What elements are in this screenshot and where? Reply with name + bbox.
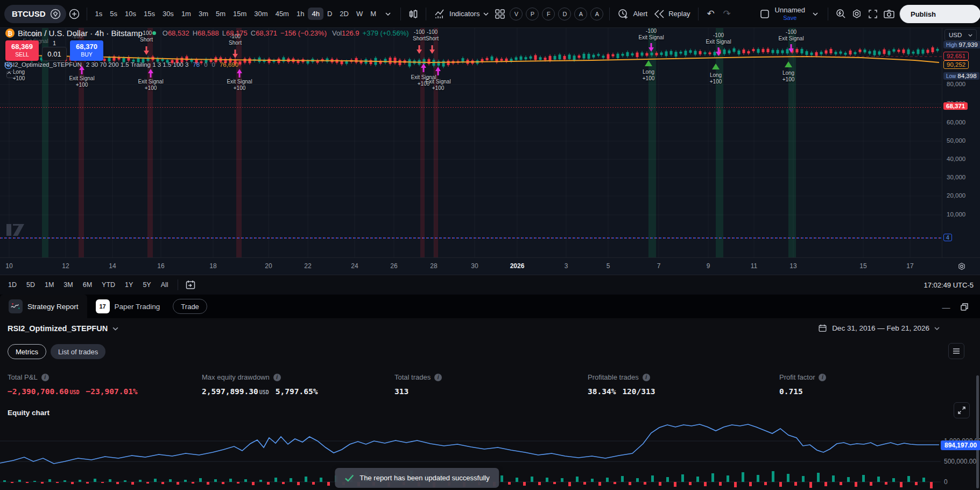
divider [178, 279, 178, 290]
short-arrow-icon [232, 50, 238, 58]
quantity-step: 1 [42, 40, 67, 46]
shortcut-d-3[interactable]: D [558, 8, 571, 20]
panel-trade-button[interactable]: Trade [173, 299, 207, 314]
equity-expand-icon[interactable] [954, 402, 970, 418]
range-3m[interactable]: 3M [59, 279, 77, 290]
layout-chevron-icon[interactable] [807, 6, 823, 22]
quantity-input[interactable]: 0.01 [42, 47, 67, 61]
report-options-list-icon[interactable] [948, 343, 964, 359]
interval-1s[interactable]: 1s [91, 8, 107, 20]
sell-button[interactable]: 68,369 SELL [5, 40, 39, 61]
metric-value: −2,390,700.60USD−23,907.01% [8, 387, 191, 396]
info-icon[interactable]: i [273, 374, 281, 381]
goto-date-calendar-icon[interactable] [182, 277, 199, 293]
chart-style-icon[interactable] [405, 6, 421, 22]
interval-30m[interactable]: 30m [250, 8, 271, 20]
symbol-search-button[interactable]: BTCUSD [4, 5, 66, 23]
screenshot-camera-icon[interactable] [881, 6, 897, 22]
settings-gear-icon[interactable] [849, 6, 865, 22]
indicator-value-1: 0 [204, 61, 207, 68]
interval-10s[interactable]: 10s [121, 8, 140, 20]
strategy-name-dropdown[interactable]: RSI2_Optimized_STEPFUN [8, 324, 118, 333]
alert-button[interactable]: Alert [614, 8, 651, 20]
interval-D[interactable]: D [323, 8, 336, 20]
exit-signal-label: -100Exit Signal [778, 29, 803, 42]
interval-5m[interactable]: 5m [212, 8, 229, 20]
interval-5s[interactable]: 5s [106, 8, 121, 20]
time-label-13: 13 [789, 262, 796, 270]
intervals-chevron-icon[interactable] [380, 6, 396, 22]
chevron-down-icon [934, 327, 940, 330]
shortcut-a-4[interactable]: A [574, 8, 587, 20]
info-icon[interactable]: i [41, 374, 49, 381]
range-6m[interactable]: 6M [78, 279, 97, 290]
time-axis[interactable]: 10121416182022242628302026357911131517 [0, 257, 980, 275]
range-buttons: 1D5D1M3M6MYTD1Y5YAll [3, 279, 173, 290]
info-icon[interactable]: i [643, 374, 650, 381]
layout-square-icon[interactable] [757, 6, 773, 22]
range-5d[interactable]: 5D [22, 279, 40, 290]
tab-strategy-report[interactable]: Strategy Report [0, 295, 87, 318]
interval-4h[interactable]: 4h [308, 8, 323, 20]
tab-list-of-trades[interactable]: List of trades [51, 344, 105, 359]
axis-settings-gear-icon[interactable] [957, 262, 967, 274]
interval-45m[interactable]: 45m [272, 8, 293, 20]
indicator-legend[interactable]: RSI2_Optimized_STEPFUN 2 30 70 200 1.5 T… [4, 61, 238, 68]
shortcut-p-1[interactable]: P [526, 8, 539, 20]
legend-collapse-chevron-icon[interactable] [6, 71, 16, 78]
indicator-params: 2 30 70 200 1.5 Trailing 1 3 1.5 100 3 [86, 61, 189, 68]
range-5y[interactable]: 5Y [138, 279, 156, 290]
interval-30s[interactable]: 30s [159, 8, 178, 20]
interval-15m[interactable]: 15m [229, 8, 250, 20]
close-value: 68,371 [256, 29, 277, 37]
info-icon[interactable]: i [819, 374, 826, 381]
low-price-label: Low84,398 [943, 72, 979, 80]
compare-add-icon[interactable] [66, 6, 82, 22]
layout-grid-icon[interactable] [492, 6, 508, 22]
panel-scrollbar[interactable] [976, 375, 979, 488]
interval-3m[interactable]: 3m [195, 8, 212, 20]
interval-2D[interactable]: 2D [336, 8, 352, 20]
long-triangle-icon [712, 64, 720, 69]
long-marker-label: Long+100 [710, 72, 722, 85]
tab-paper-trading[interactable]: 17 Paper Trading [87, 295, 169, 318]
interval-1m[interactable]: 1m [178, 8, 195, 20]
interval-W[interactable]: W [352, 8, 366, 20]
fullscreen-icon[interactable] [865, 6, 881, 22]
indicators-button[interactable]: Indicators [431, 8, 492, 20]
quick-search-icon[interactable] [833, 6, 849, 22]
panel-minimize-icon[interactable]: — [939, 300, 953, 314]
main-chart[interactable]: -100Short-100Short-100Short-100Short-100… [0, 28, 942, 257]
info-icon[interactable]: i [434, 374, 442, 381]
tab-metrics[interactable]: Metrics [8, 344, 46, 359]
range-all[interactable]: All [156, 279, 173, 290]
clock-timezone[interactable]: 17:02:49 UTC-5 [924, 281, 974, 289]
interval-15s[interactable]: 15s [140, 8, 159, 20]
undo-icon[interactable]: ↶ [703, 6, 719, 22]
range-ytd[interactable]: YTD [97, 279, 120, 290]
interval-M[interactable]: M [366, 8, 380, 20]
range-1d[interactable]: 1D [3, 279, 22, 290]
range-1y[interactable]: 1Y [120, 279, 138, 290]
save-link[interactable]: Save [783, 14, 796, 22]
panel-maximize-icon[interactable] [957, 300, 971, 314]
layout-name-button[interactable]: Unnamed Save [775, 6, 805, 22]
price-axis[interactable]: USD High97,939 92,651 90,252 Low84,398 6… [942, 28, 980, 257]
metric-label: Max equity drawdown [202, 373, 270, 381]
shortcut-v-0[interactable]: V [510, 8, 523, 20]
metric-value: 313 [394, 387, 577, 396]
currency-selector[interactable]: USD [944, 29, 977, 41]
chevron-down-icon [112, 327, 118, 331]
interval-1h[interactable]: 1h [293, 8, 308, 20]
indicator-value-0: 78 [193, 61, 200, 68]
shortcut-a-5[interactable]: A [590, 8, 603, 20]
buy-button[interactable]: 68,370 BUY [70, 40, 103, 61]
report-date-range[interactable]: Dec 31, 2016 — Feb 21, 2026 [818, 324, 940, 333]
publish-button[interactable]: Publish [900, 5, 980, 23]
redo-icon[interactable]: ↷ [719, 6, 735, 22]
metric-label: Profitable trades [588, 373, 639, 381]
shortcut-f-2[interactable]: F [542, 8, 555, 20]
range-1m[interactable]: 1M [40, 279, 59, 290]
replay-button[interactable]: Replay [651, 9, 693, 19]
symbol-legend[interactable]: ₿ Bitcoin / U.S. Dollar · 4h · Bitstamp … [5, 29, 409, 38]
